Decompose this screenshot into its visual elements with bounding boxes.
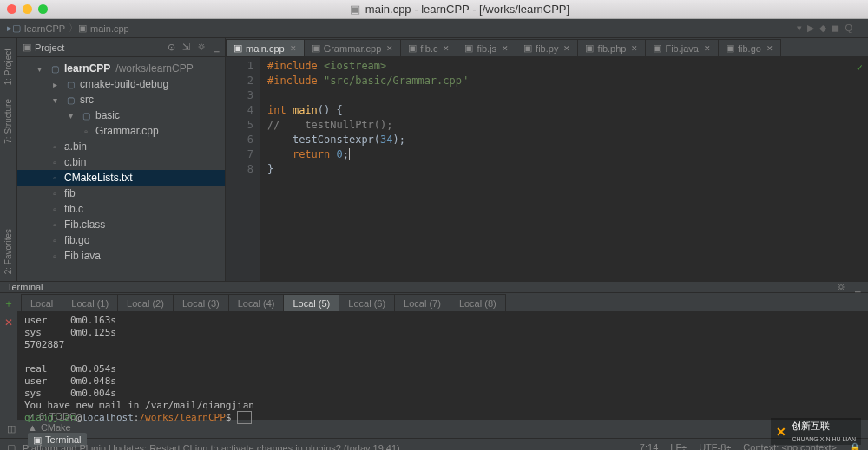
- terminal-tab-2[interactable]: Local (2): [117, 294, 174, 311]
- hide-panel-icon[interactable]: ⎯: [214, 42, 220, 53]
- file-icon: ▣: [233, 42, 242, 54]
- left-tool-strip: 1: Project 7: Structure 2: Favorites: [0, 38, 17, 281]
- status-bar: ▢ Platform and Plugin Updates: Restart C…: [0, 438, 868, 450]
- file-icon: ▫: [49, 236, 61, 245]
- hide-panel-icon[interactable]: ⎯: [855, 282, 861, 292]
- caret-position[interactable]: 7:14: [640, 442, 658, 450]
- close-tab-icon[interactable]: ✕: [502, 44, 509, 53]
- chevron-icon: ▸: [49, 80, 61, 89]
- file-icon: ▣: [653, 42, 661, 54]
- tree-item-basic[interactable]: ▾▢basic: [17, 108, 225, 123]
- gear-icon[interactable]: ⛭: [197, 42, 207, 53]
- tool-project[interactable]: 1: Project: [3, 49, 13, 85]
- maximize-window-button[interactable]: [38, 4, 48, 14]
- file-icon: ▫: [49, 142, 61, 152]
- status-message[interactable]: Platform and Plugin Updates: Restart CLi…: [23, 443, 400, 451]
- close-tab-icon[interactable]: ✕: [563, 44, 570, 53]
- tab-fib-c[interactable]: ▣fib.c✕: [400, 39, 457, 56]
- tab-grammar-cpp[interactable]: ▣Grammar.cpp✕: [304, 39, 402, 56]
- tree-item-fib-go[interactable]: ▫fib.go: [17, 232, 225, 248]
- tree-item-cmakelists-txt[interactable]: ▫CMakeLists.txt: [17, 170, 225, 186]
- terminal-tab-1[interactable]: Local (1): [62, 294, 118, 311]
- terminal-tab-8[interactable]: Local (8): [450, 294, 506, 311]
- tree-root[interactable]: ▾ ▢ learnCPP /works/learnCPP: [17, 61, 225, 76]
- bottom-nav-6-todo[interactable]: ✓6: TODO: [28, 411, 87, 422]
- tree-item-src[interactable]: ▾▢src: [17, 92, 225, 108]
- tree-item-fib[interactable]: ▫fib: [17, 186, 225, 201]
- terminal-side-actions: ＋ ✕: [0, 293, 17, 427]
- close-tab-icon[interactable]: ✕: [704, 44, 711, 53]
- folder-icon: ▸▢: [7, 23, 21, 34]
- stop-button[interactable]: ◼: [832, 23, 839, 34]
- tree-item-fib-c[interactable]: ▫fib.c: [17, 201, 225, 217]
- tool-favorites[interactable]: 2: Favorites: [3, 229, 13, 274]
- file-icon: ▣: [408, 42, 417, 54]
- analysis-ok-icon: ✓: [857, 61, 863, 75]
- close-terminal-button[interactable]: ✕: [4, 316, 13, 329]
- folder-icon: ▢: [64, 80, 76, 89]
- close-window-button[interactable]: [7, 4, 16, 14]
- build-button[interactable]: ▾: [797, 23, 802, 34]
- chevron-icon: ▾: [49, 95, 61, 105]
- tree-item-cmake-build-debug[interactable]: ▸▢cmake-build-debug: [17, 76, 225, 92]
- terminal-tab-3[interactable]: Local (3): [173, 294, 229, 311]
- breadcrumb-file[interactable]: ▣ main.cpp: [78, 23, 129, 34]
- tree-label: Fib iava: [64, 250, 101, 262]
- breadcrumb-project[interactable]: ▸▢ learnCPP: [7, 23, 65, 34]
- close-tab-icon[interactable]: ✕: [443, 44, 450, 53]
- tree-item-c-bin[interactable]: ▫c.bin: [17, 154, 225, 170]
- tab-fib-php[interactable]: ▣fib.php✕: [577, 39, 646, 56]
- tree-label: fib.c: [64, 203, 83, 215]
- close-tab-icon[interactable]: ✕: [766, 44, 773, 53]
- terminal-tab-5[interactable]: Local (5): [283, 294, 339, 311]
- close-tab-icon[interactable]: ✕: [290, 44, 297, 53]
- code-editor[interactable]: ✓ 1 2 3 4 5 6 7 8 #include <iostream> #i…: [226, 57, 868, 281]
- tab-label: fib.js: [477, 43, 496, 54]
- terminal-header: Terminal ⛭ ⎯: [0, 282, 868, 293]
- file-icon: ▣: [312, 42, 320, 54]
- tab-fib-java[interactable]: ▣Fib.java✕: [645, 39, 719, 56]
- event-log-icon[interactable]: ▢: [7, 442, 16, 450]
- tab-fib-py[interactable]: ▣fib.py✕: [516, 39, 578, 56]
- collapse-all-icon[interactable]: ⊙: [168, 42, 175, 53]
- tab-main-cpp[interactable]: ▣main.cpp✕: [226, 39, 305, 56]
- terminal-tab-6[interactable]: Local (6): [339, 294, 395, 311]
- file-icon: ▫: [49, 220, 61, 230]
- tool-structure[interactable]: 7: Structure: [3, 99, 13, 144]
- tree-item-fib-iava[interactable]: ▫Fib iava: [17, 248, 225, 264]
- search-button[interactable]: Q: [845, 23, 852, 34]
- code-text[interactable]: #include <iostream> #include "src/basic/…: [260, 57, 868, 281]
- terminal-title: Terminal: [7, 282, 43, 292]
- gear-icon[interactable]: ⛭: [837, 282, 846, 292]
- file-icon: ▫: [49, 251, 61, 261]
- file-icon: ▫: [49, 158, 61, 167]
- scroll-from-source-icon[interactable]: ⇲: [182, 42, 190, 53]
- close-tab-icon[interactable]: ✕: [386, 44, 393, 53]
- terminal-output[interactable]: user 0m0.163s sys 0m0.125s 5702887 real …: [17, 312, 868, 427]
- debug-button[interactable]: ◆: [819, 23, 826, 34]
- terminal-tab-7[interactable]: Local (7): [394, 294, 450, 311]
- tree-item-a-bin[interactable]: ▫a.bin: [17, 139, 225, 154]
- window-title: ▣ main.cpp - learnCPP - [/works/learnCPP…: [58, 3, 861, 16]
- add-terminal-button[interactable]: ＋: [3, 297, 14, 311]
- project-tree[interactable]: ▾ ▢ learnCPP /works/learnCPP ▸▢cmake-bui…: [17, 57, 225, 281]
- tree-item-fib-class[interactable]: ▫Fib.class: [17, 217, 225, 232]
- tree-label: basic: [95, 109, 120, 121]
- close-tab-icon[interactable]: ✕: [631, 44, 638, 53]
- tree-item-grammar-cpp[interactable]: ▫Grammar.cpp: [17, 123, 225, 139]
- project-view-icon[interactable]: ▣: [23, 42, 31, 53]
- tree-label: c.bin: [64, 156, 86, 168]
- tab-fib-go[interactable]: ▣fib.go✕: [718, 39, 781, 56]
- file-icon: ▣: [585, 42, 594, 54]
- bottom-nav-cmake[interactable]: ▲CMake: [28, 422, 87, 433]
- terminal-tab-0[interactable]: Local: [21, 294, 62, 311]
- project-panel: ▣ Project ⊙ ⇲ ⛭ ⎯ ▾ ▢ learnCPP /works/le…: [17, 38, 226, 281]
- encoding[interactable]: UTF-8÷: [699, 442, 731, 450]
- run-button[interactable]: ▶: [807, 23, 814, 34]
- line-separator[interactable]: LF÷: [670, 442, 687, 450]
- events-icon[interactable]: ◫: [7, 423, 16, 434]
- minimize-window-button[interactable]: [23, 4, 32, 14]
- terminal-tab-4[interactable]: Local (4): [228, 294, 285, 311]
- tab-fib-js[interactable]: ▣fib.js✕: [457, 39, 516, 56]
- tree-label: fib: [64, 187, 76, 199]
